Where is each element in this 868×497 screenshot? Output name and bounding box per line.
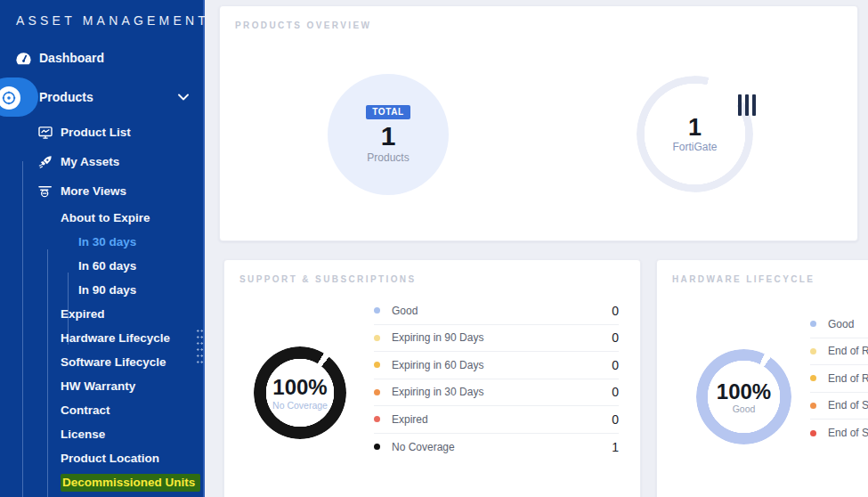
sidebar-item-label: License: [61, 428, 105, 441]
sidebar-item-label: In 90 days: [78, 283, 136, 297]
sidebar-item-label: Hardware Lifecycle: [61, 331, 170, 345]
gauge-icon: [16, 52, 31, 65]
filter-views-icon: [38, 184, 53, 198]
legend-label: Good: [392, 305, 612, 317]
rocket-icon: [38, 155, 53, 169]
hardware-percent: 100%: [717, 379, 771, 404]
support-subscriptions-card: SUPPORT & SUBSCRIPTIONS 100% No Coverage…: [223, 259, 641, 497]
legend-dot: [374, 389, 380, 395]
products-icon: [0, 86, 20, 110]
sidebar-menu: DashboardProductsProduct ListMy AssetsMo…: [0, 44, 203, 494]
legend-label: Good: [828, 318, 868, 330]
legend-label: End of Re: [828, 372, 868, 385]
sidebar-item-in-60-days[interactable]: In 60 days: [0, 254, 203, 278]
legend-row-end-of-re: End of Re: [810, 365, 868, 393]
support-percent-caption: No Coverage: [272, 400, 328, 411]
legend-label: No Coverage: [392, 441, 612, 453]
legend-value: 1: [612, 440, 619, 454]
fortigate-donut: 1 FortiGate: [637, 76, 753, 192]
total-products-circle: TOTAL 1 Products: [328, 74, 449, 195]
card-title: PRODUCTS OVERVIEW: [235, 20, 371, 30]
fortigate-count: 1: [688, 115, 702, 140]
sidebar-item-license[interactable]: License: [0, 422, 203, 446]
sidebar-item-about-to-expire[interactable]: About to Expire: [0, 206, 203, 230]
active-item-indicator: [0, 77, 38, 117]
support-percent: 100%: [272, 375, 327, 400]
sidebar-item-in-90-days[interactable]: In 90 days: [0, 278, 203, 302]
legend-dot: [374, 362, 380, 368]
sidebar-item-dashboard[interactable]: Dashboard: [0, 44, 203, 72]
total-products-value: 1: [381, 121, 396, 151]
sidebar-item-label: Software Lifecycle: [61, 355, 166, 369]
legend-dot: [810, 403, 816, 409]
sidebar-item-label: Products: [39, 90, 93, 104]
legend-label: End of Su: [828, 399, 868, 411]
sidebar-item-software-lifecycle[interactable]: Software Lifecycle: [0, 350, 203, 374]
legend-label: Expiring in 90 Days: [392, 331, 612, 344]
sidebar-item-label: HW Warranty: [61, 379, 135, 393]
legend-row-expiring-in-90-days: Expiring in 90 Days0: [374, 325, 619, 353]
monitor-chart-icon: [38, 126, 53, 139]
sidebar: ASSET MANAGEMENT DashboardProductsProduc…: [0, 0, 205, 497]
legend-value: 0: [612, 358, 619, 372]
sidebar-item-hw-warranty[interactable]: HW Warranty: [0, 374, 203, 398]
sidebar-item-more-views[interactable]: More Views: [0, 176, 203, 206]
tree-line: [47, 249, 48, 497]
legend-row-expiring-in-60-days: Expiring in 60 Days0: [374, 352, 619, 379]
support-coverage-donut: 100% No Coverage: [254, 346, 346, 439]
legend-dot: [810, 348, 816, 354]
sidebar-item-in-30-days[interactable]: In 30 days: [0, 230, 203, 254]
legend-dot: [810, 375, 816, 381]
total-products-caption: Products: [367, 151, 409, 164]
sidebar-item-label: Product Location: [61, 452, 159, 465]
legend-value: 0: [612, 330, 619, 345]
products-overview-card: PRODUCTS OVERVIEW TOTAL 1 Products 1 For…: [219, 5, 858, 241]
legend-dot: [374, 307, 380, 314]
hardware-legend: GoodEnd of ReEnd of ReEnd of SuEnd of Su: [810, 311, 868, 447]
legend-label: Expiring in 60 Days: [392, 359, 612, 371]
sidebar-item-label: About to Expire: [61, 211, 150, 224]
chart-menu-icon[interactable]: [738, 94, 756, 116]
sidebar-item-contract[interactable]: Contract: [0, 398, 203, 422]
sidebar-item-label: Product List: [61, 126, 131, 139]
sidebar-item-expired[interactable]: Expired: [0, 302, 203, 326]
legend-row-good: Good0: [374, 297, 619, 325]
legend-row-expiring-in-30-days: Expiring in 30 Days0: [374, 379, 619, 407]
legend-value: 0: [612, 304, 619, 318]
sidebar-item-label: In 30 days: [78, 235, 136, 248]
sidebar-item-label: More Views: [61, 184, 126, 198]
legend-value: 0: [612, 412, 619, 427]
hardware-lifecycle-card: HARDWARE LIFECYCLE 100% Good GoodEnd of …: [656, 259, 868, 497]
hardware-lifecycle-donut: 100% Good: [696, 349, 791, 444]
hardware-percent-caption: Good: [733, 403, 756, 414]
legend-dot: [810, 430, 816, 436]
legend-dot: [374, 416, 380, 422]
sidebar-item-product-list[interactable]: Product List: [0, 118, 203, 147]
legend-label: Expiring in 30 Days: [392, 386, 612, 398]
sidebar-item-label: My Assets: [61, 155, 119, 168]
legend-row-no-coverage: No Coverage1: [374, 434, 619, 461]
sidebar-item-products[interactable]: Products: [0, 77, 203, 118]
legend-label: End of Re: [828, 345, 868, 357]
app-title: ASSET MANAGEMENT: [16, 13, 209, 28]
legend-label: Expired: [392, 413, 612, 426]
sidebar-item-product-location[interactable]: Product Location: [0, 446, 203, 470]
fortigate-label: FortiGate: [672, 141, 717, 153]
legend-value: 0: [612, 385, 619, 399]
legend-row-expired: Expired0: [374, 406, 619, 434]
sidebar-item-my-assets[interactable]: My Assets: [0, 147, 203, 176]
sidebar-item-hardware-lifecycle[interactable]: Hardware Lifecycle: [0, 326, 203, 350]
sidebar-item-label: Contract: [61, 403, 110, 417]
legend-row-good: Good: [810, 311, 868, 338]
total-badge: TOTAL: [366, 105, 410, 119]
legend-dot: [810, 321, 816, 327]
legend-row-end-of-re: End of Re: [810, 338, 868, 366]
app-viewport: ASSET MANAGEMENT DashboardProductsProduc…: [0, 0, 868, 497]
support-legend: Good0Expiring in 90 Days0Expiring in 60 …: [374, 297, 619, 460]
chevron-down-icon[interactable]: [178, 94, 189, 101]
sidebar-item-decommissioned-units[interactable]: Decommissioned Units: [0, 470, 203, 494]
tree-line: [22, 161, 23, 497]
sidebar-resize-handle[interactable]: [196, 328, 204, 367]
sidebar-item-label: In 60 days: [78, 259, 136, 273]
legend-row-end-of-su: End of Su: [810, 393, 868, 420]
